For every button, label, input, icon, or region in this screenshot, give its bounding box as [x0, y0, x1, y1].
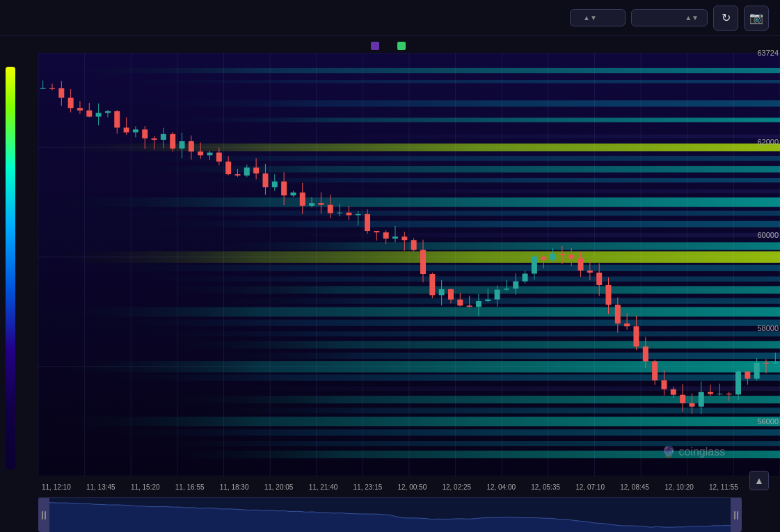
chart-area: 63724 62000 60000 58000 56000 11, 12:101…: [0, 36, 780, 532]
x-label: 11, 13:45: [86, 483, 116, 491]
handle-line: [42, 511, 43, 519]
price-58000: 58000: [757, 324, 779, 332]
screenshot-button[interactable]: 📷: [744, 6, 769, 31]
x-label: 12, 08:45: [620, 483, 649, 491]
color-scale-bar: [6, 67, 15, 469]
x-label: 11, 12:10: [42, 483, 71, 491]
minimap-canvas: [38, 498, 742, 532]
x-label: 12, 02:25: [442, 483, 471, 491]
chevron-up-icon: ▲: [754, 475, 764, 486]
time-dropdown-arrow: ▲▼: [685, 14, 699, 22]
handle-lines-right: [734, 511, 738, 519]
camera-icon: 📷: [749, 11, 763, 24]
y-axis-right: 63724 62000 60000 58000 56000: [742, 53, 780, 476]
price-60000: 60000: [757, 231, 779, 239]
x-label: 12, 11:55: [709, 483, 738, 491]
handle-line: [45, 511, 46, 519]
time-selector[interactable]: ▲▼: [631, 9, 708, 26]
x-label: 11, 16:55: [175, 483, 205, 491]
price-56000: 56000: [757, 417, 779, 426]
controls: ▲▼ ▲▼ ↻ 📷: [570, 6, 769, 31]
legend-dot-supercharts: [397, 42, 406, 50]
price-63724: 63724: [757, 49, 779, 57]
x-label: 11, 23:15: [353, 483, 383, 491]
legend-dot-liquidation: [371, 42, 379, 50]
chart-container: 63724 62000 60000 58000 56000 11, 12:101…: [0, 53, 780, 497]
x-label: 12, 07:10: [575, 483, 605, 491]
x-label: 12, 10:20: [664, 483, 694, 491]
handle-line: [737, 511, 738, 519]
handle-lines-left: [42, 511, 46, 519]
asset-selector[interactable]: ▲▼: [570, 9, 626, 26]
heatmap-canvas: [38, 53, 780, 476]
handle-line: [734, 511, 735, 519]
x-label: 11, 18:30: [220, 483, 249, 491]
x-label: 12, 04:00: [486, 483, 516, 491]
refresh-button[interactable]: ↻: [713, 6, 738, 31]
x-label: 11, 21:40: [309, 483, 338, 491]
x-label: 11, 15:20: [131, 483, 160, 491]
x-label: 12, 05:35: [531, 483, 560, 491]
legend: [0, 36, 780, 53]
x-axis: 11, 12:1011, 13:4511, 15:2011, 16:5511, …: [38, 476, 742, 497]
minimap-left-handle[interactable]: [38, 498, 49, 532]
minimap-right-handle[interactable]: [731, 498, 742, 532]
legend-item-supercharts: [397, 42, 410, 50]
x-label: 12, 00:50: [398, 483, 427, 491]
main-chart: [38, 53, 780, 476]
refresh-icon: ↻: [722, 11, 731, 24]
x-label: 11, 20:05: [264, 483, 294, 491]
price-62000: 62000: [757, 138, 779, 146]
asset-dropdown-arrow: ▲▼: [583, 14, 597, 22]
header: ▲▼ ▲▼ ↻ 📷: [0, 0, 780, 36]
legend-item-liquidation: [371, 42, 383, 50]
minimap[interactable]: [38, 497, 742, 532]
scroll-to-top-button[interactable]: ▲: [749, 471, 769, 490]
